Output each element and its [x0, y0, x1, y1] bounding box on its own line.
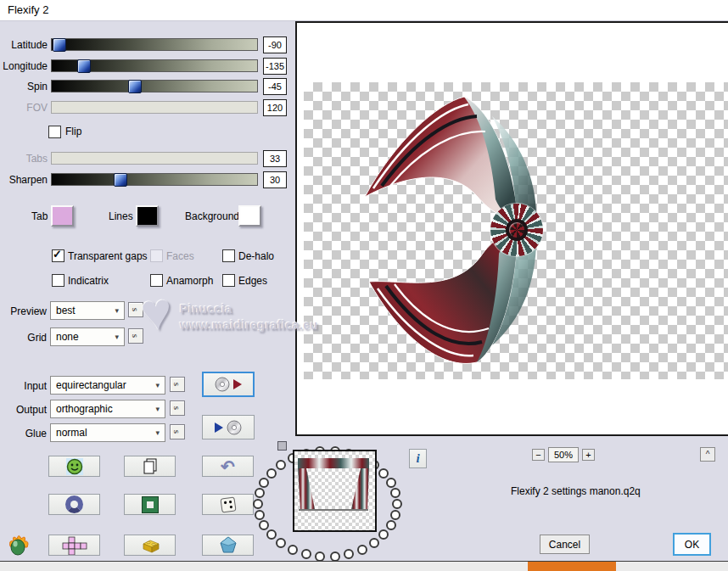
ring-dot	[390, 510, 400, 520]
grid-shuffle-button[interactable]: s	[128, 328, 143, 344]
input-combo-label: Input	[0, 380, 47, 392]
preset-frame-button[interactable]	[124, 494, 176, 515]
preset-face-button[interactable]	[48, 456, 100, 477]
radial-disc-shape	[490, 204, 543, 256]
output-combo[interactable]: orthographic ▾	[50, 400, 165, 418]
tab-swatch-label: Tab	[31, 210, 48, 222]
tabs-value[interactable]: 33	[263, 150, 287, 167]
title-bar: Flexify 2	[0, 0, 728, 21]
spin-slider[interactable]	[51, 80, 258, 92]
settings-status-text: Flexify 2 settings manon.q2q	[511, 485, 641, 497]
glue-combo[interactable]: normal ▾	[50, 423, 165, 442]
flaming-egg-icon[interactable]	[7, 533, 31, 560]
chevron-down-icon: ▾	[155, 405, 160, 413]
lines-color-swatch[interactable]	[136, 205, 159, 227]
ok-button[interactable]: OK	[673, 533, 711, 556]
transparent-gaps-label: Transparent gaps	[68, 250, 148, 262]
edges-label: Edges	[238, 275, 267, 287]
pentagon-icon	[219, 536, 238, 554]
transparent-gaps-checkbox[interactable]	[52, 249, 64, 262]
spin-slider-thumb[interactable]	[128, 80, 142, 93]
grid-combo[interactable]: none ▾	[50, 327, 125, 346]
fov-slider	[51, 101, 258, 114]
ring-dot	[330, 551, 340, 562]
background-swatch-label: Background	[185, 210, 239, 222]
save-settings-button[interactable]	[202, 415, 255, 439]
cancel-button[interactable]: Cancel	[540, 535, 590, 554]
lines-swatch-label: Lines	[109, 210, 133, 222]
glue-shuffle-button[interactable]: s	[170, 424, 185, 439]
source-thumbnail[interactable]	[293, 450, 377, 532]
caret-up-icon: ^	[706, 450, 710, 459]
preset-dice-button[interactable]	[202, 494, 254, 515]
ring-dot	[266, 468, 277, 479]
longitude-slider-thumb[interactable]	[77, 59, 91, 73]
watermark-url: www.maidiregrafica.eu	[180, 318, 317, 332]
ring-dot	[259, 520, 269, 530]
output-shuffle-button[interactable]: s	[170, 400, 185, 416]
ring-dot	[253, 499, 263, 509]
longitude-value[interactable]: -135	[263, 58, 287, 75]
tab-color-swatch[interactable]	[51, 205, 74, 227]
thumbnail-image	[294, 451, 372, 527]
background-color-swatch[interactable]	[238, 205, 261, 227]
info-icon: i	[416, 451, 419, 466]
preset-pentagon-button[interactable]	[202, 535, 254, 556]
flip-checkbox[interactable]	[48, 126, 61, 138]
indicatrix-checkbox[interactable]	[52, 274, 64, 287]
torus-icon	[65, 495, 83, 513]
collapse-button[interactable]: ^	[700, 447, 715, 462]
info-button[interactable]: i	[409, 449, 427, 468]
input-combo[interactable]: equirectangular ▾	[50, 376, 165, 395]
chevron-down-icon: ▾	[115, 333, 119, 341]
preview-pane[interactable]	[295, 21, 728, 436]
glue-combo-label: Glue	[0, 428, 47, 439]
ring-dot	[255, 510, 265, 520]
play-icon	[233, 379, 242, 389]
sharpen-slider[interactable]	[51, 173, 258, 186]
zoom-in-button[interactable]: +	[582, 449, 595, 461]
glue-combo-value: normal	[56, 427, 87, 439]
faces-label: Faces	[166, 250, 194, 262]
output-combo-value: orthographic	[56, 403, 113, 415]
flexify2-dialog: Flexify 2 Latitude -90 Longitude -135 Sp…	[0, 0, 728, 571]
preset-brick-button[interactable]	[124, 535, 176, 556]
spin-value[interactable]: -45	[263, 78, 287, 95]
output-combo-label: Output	[0, 404, 47, 416]
ring-dot	[315, 551, 325, 562]
sharpen-value[interactable]: 30	[263, 171, 287, 188]
undo-button[interactable]: ↶	[202, 456, 254, 477]
ring-dot	[386, 520, 396, 530]
input-shuffle-button[interactable]: s	[170, 377, 185, 392]
tabs-label: Tabs	[0, 153, 48, 165]
dehalo-label: De-halo	[238, 250, 274, 262]
ring-dot	[301, 549, 311, 559]
copy-pages-button[interactable]	[124, 456, 176, 477]
grid-combo-value: none	[56, 331, 79, 343]
load-settings-button[interactable]	[202, 372, 255, 397]
ring-dot	[344, 549, 354, 559]
preview-combo-value: best	[56, 305, 76, 316]
ring-handle[interactable]	[277, 441, 287, 451]
dehalo-checkbox[interactable]	[222, 249, 235, 262]
latitude-slider[interactable]	[51, 38, 258, 51]
ring-dot	[369, 538, 379, 548]
zoom-out-button[interactable]: −	[532, 449, 545, 461]
longitude-slider[interactable]	[51, 59, 258, 72]
sharpen-slider-thumb[interactable]	[114, 173, 127, 187]
preset-torus-button[interactable]	[48, 494, 100, 515]
sharpen-label: Sharpen	[0, 174, 48, 186]
fov-label: FOV	[0, 102, 48, 114]
lego-brick-icon	[140, 537, 160, 554]
indicatrix-label: Indicatrix	[68, 275, 109, 287]
preset-cross-button[interactable]	[48, 535, 100, 556]
fov-value[interactable]: 120	[263, 99, 287, 116]
preview-combo[interactable]: best ▾	[50, 301, 125, 320]
undo-icon: ↶	[221, 458, 235, 475]
chevron-down-icon: ▾	[155, 428, 160, 437]
ring-dot	[378, 529, 389, 540]
ring-dot	[266, 529, 277, 540]
latitude-slider-thumb[interactable]	[53, 38, 66, 52]
latitude-value[interactable]: -90	[263, 36, 287, 53]
edges-checkbox[interactable]	[222, 274, 235, 287]
